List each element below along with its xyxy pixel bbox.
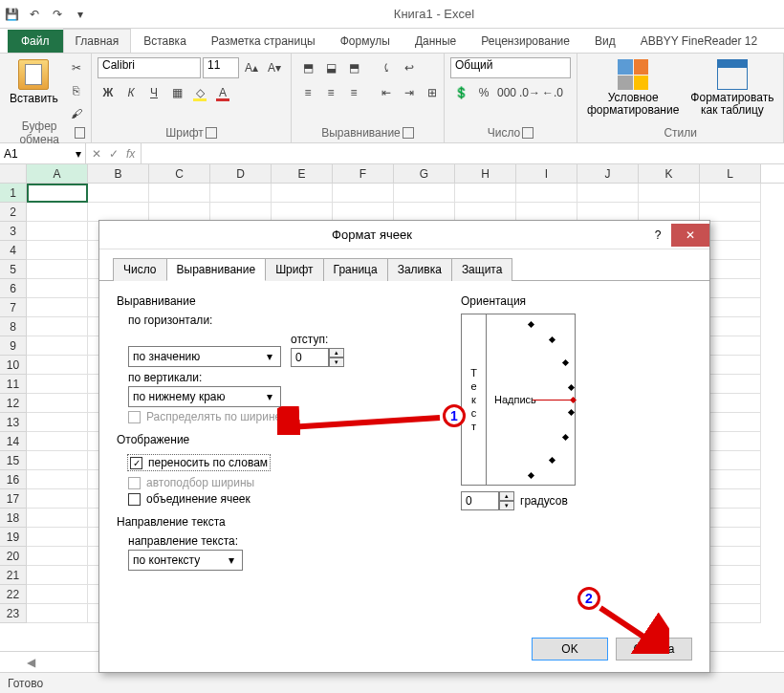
cell[interactable]: [700, 184, 761, 203]
font-color-icon[interactable]: A: [212, 82, 233, 103]
cell[interactable]: [149, 184, 210, 203]
cancel-formula-icon[interactable]: ✕: [92, 147, 101, 161]
row-header[interactable]: 10: [0, 356, 27, 375]
decrease-indent-icon[interactable]: ⇤: [376, 82, 397, 103]
orientation-icon[interactable]: ⤹: [376, 57, 397, 78]
cell[interactable]: [149, 203, 210, 222]
shrink-font-icon[interactable]: A▾: [264, 57, 285, 78]
row-header[interactable]: 3: [0, 222, 27, 241]
save-icon[interactable]: 💾: [4, 7, 19, 22]
row-header[interactable]: 22: [0, 585, 27, 604]
cell[interactable]: [27, 585, 88, 604]
degrees-input[interactable]: [461, 491, 499, 510]
row-header[interactable]: 5: [0, 260, 27, 279]
tab-review[interactable]: Рецензирование: [468, 29, 582, 53]
column-header[interactable]: A: [27, 164, 88, 183]
cell[interactable]: [516, 184, 577, 203]
cell[interactable]: [577, 184, 639, 203]
cell[interactable]: [27, 222, 88, 241]
align-right-icon[interactable]: ≡: [343, 82, 364, 103]
horizontal-align-select[interactable]: по значению▾: [128, 346, 281, 367]
column-header[interactable]: G: [394, 164, 455, 183]
align-middle-icon[interactable]: ⬓: [320, 57, 341, 78]
row-header[interactable]: 16: [0, 470, 27, 489]
indent-spinner[interactable]: ▴▾: [291, 348, 344, 367]
dialog-tab-fill[interactable]: Заливка: [387, 258, 452, 281]
accounting-icon[interactable]: 💲: [450, 82, 471, 103]
wrap-text-checkbox[interactable]: ✓: [130, 457, 142, 469]
font-size-select[interactable]: 11: [203, 57, 239, 78]
row-header[interactable]: 23: [0, 604, 27, 623]
qat-dropdown-icon[interactable]: ▾: [73, 7, 88, 22]
column-header[interactable]: F: [333, 164, 394, 183]
fx-icon[interactable]: fx: [126, 147, 135, 161]
row-header[interactable]: 13: [0, 413, 27, 432]
row-header[interactable]: 2: [0, 203, 27, 222]
close-button[interactable]: ✕: [671, 224, 709, 247]
cell[interactable]: [272, 184, 333, 203]
column-header[interactable]: B: [88, 164, 149, 183]
vertical-text-button[interactable]: Текст: [462, 314, 487, 485]
row-header[interactable]: 11: [0, 375, 27, 394]
row-header[interactable]: 14: [0, 432, 27, 451]
spinner-down-icon[interactable]: ▾: [329, 357, 344, 367]
cut-icon[interactable]: ✂: [66, 57, 87, 78]
paste-button[interactable]: Вставить: [6, 57, 62, 107]
cell[interactable]: [394, 184, 455, 203]
row-header[interactable]: 15: [0, 451, 27, 470]
column-header[interactable]: E: [272, 164, 333, 183]
select-all-corner[interactable]: [0, 164, 27, 183]
merge-checkbox[interactable]: [128, 493, 141, 506]
wrap-text-icon[interactable]: ↩: [399, 57, 420, 78]
border-icon[interactable]: ▦: [166, 82, 187, 103]
row-header[interactable]: 20: [0, 547, 27, 566]
fill-color-icon[interactable]: ◇: [189, 82, 210, 103]
help-button[interactable]: ?: [644, 224, 671, 247]
increase-indent-icon[interactable]: ⇥: [399, 82, 420, 103]
cell[interactable]: [516, 203, 577, 222]
row-header[interactable]: 8: [0, 317, 27, 336]
tab-view[interactable]: Вид: [582, 29, 628, 53]
cell[interactable]: [27, 375, 88, 394]
underline-button[interactable]: Ч: [143, 82, 164, 103]
cell[interactable]: [27, 336, 88, 356]
orientation-dial[interactable]: Надпись: [487, 314, 575, 485]
tab-page-layout[interactable]: Разметка страницы: [199, 29, 328, 53]
format-as-table-button[interactable]: Форматировать как таблицу: [686, 57, 777, 119]
conditional-formatting-button[interactable]: Условное форматирование: [583, 57, 683, 119]
row-header[interactable]: 4: [0, 241, 27, 260]
bold-button[interactable]: Ж: [98, 82, 119, 103]
cell[interactable]: [27, 528, 88, 547]
cell[interactable]: [272, 203, 333, 222]
cell[interactable]: [27, 260, 88, 279]
tab-abbyy[interactable]: ABBYY FineReader 12: [628, 29, 771, 53]
cell[interactable]: [27, 184, 88, 203]
row-header[interactable]: 18: [0, 509, 27, 528]
row-header[interactable]: 17: [0, 489, 27, 509]
text-direction-select[interactable]: по контексту▾: [128, 550, 243, 571]
align-center-icon[interactable]: ≡: [320, 82, 341, 103]
percent-icon[interactable]: %: [473, 82, 494, 103]
font-launcher-icon[interactable]: [206, 127, 217, 139]
comma-icon[interactable]: 000: [496, 82, 517, 103]
cell[interactable]: [27, 394, 88, 413]
tab-home[interactable]: Главная: [63, 29, 132, 53]
cell[interactable]: [700, 203, 761, 222]
degrees-spinner[interactable]: ▴▾: [461, 491, 514, 510]
ok-button[interactable]: OK: [532, 638, 608, 661]
cell[interactable]: [210, 203, 272, 222]
cell[interactable]: [27, 604, 88, 623]
decrease-decimal-icon[interactable]: ←.0: [542, 82, 563, 103]
name-box[interactable]: A1▾: [0, 143, 86, 163]
cell[interactable]: [639, 203, 700, 222]
row-header[interactable]: 21: [0, 566, 27, 585]
row-header[interactable]: 7: [0, 298, 27, 317]
cell[interactable]: [210, 184, 272, 203]
number-launcher-icon[interactable]: [522, 127, 534, 139]
file-tab[interactable]: Файл: [8, 30, 63, 53]
cell[interactable]: [27, 489, 88, 509]
orientation-control[interactable]: Текст Надпись: [461, 314, 576, 486]
undo-icon[interactable]: ↶: [27, 7, 42, 22]
cell[interactable]: [27, 547, 88, 566]
formula-input[interactable]: [141, 143, 784, 163]
